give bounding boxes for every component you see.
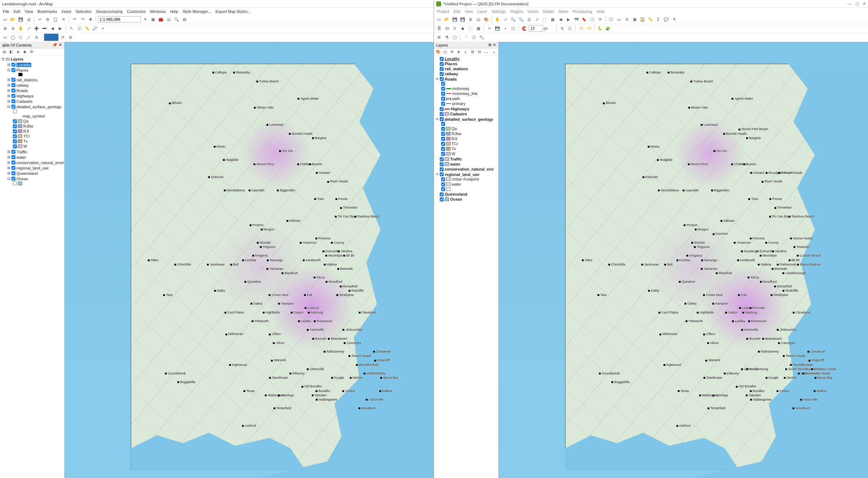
identify-icon[interactable]: ⓘ xyxy=(76,25,83,32)
layer-checkbox[interactable] xyxy=(11,155,15,159)
filter-legend-icon[interactable]: ▼ xyxy=(456,49,462,55)
menu-plugins[interactable]: Plugins xyxy=(510,9,523,14)
layer-checkbox[interactable] xyxy=(11,105,15,109)
find-icon[interactable]: 🔎 xyxy=(91,25,99,32)
draw-text-icon[interactable]: A xyxy=(33,34,40,41)
menu-edit[interactable]: Edit xyxy=(14,9,20,14)
layer-row[interactable]: ⊞ Traffic xyxy=(7,149,64,154)
style-manager-icon[interactable]: 🎨 xyxy=(483,16,490,23)
history-icon[interactable]: 🕑 xyxy=(451,34,458,41)
menu-export-map-styles-[interactable]: Export Map Styles... xyxy=(215,9,251,14)
layer-checkbox[interactable] xyxy=(11,161,15,164)
layer-row[interactable]: Ocean xyxy=(435,197,498,201)
layer-row[interactable]: conservation_natural_env xyxy=(435,167,498,171)
select-icon[interactable]: ▭ xyxy=(615,16,623,23)
menu-raster[interactable]: Raster xyxy=(543,9,554,14)
options-icon[interactable]: ⚙ xyxy=(29,49,34,55)
list-by-sel-icon[interactable]: ◆ xyxy=(22,49,28,55)
expand-icon[interactable]: ⊞ xyxy=(7,83,10,87)
symbol-checkbox[interactable] xyxy=(441,122,445,126)
group-icon[interactable]: ⧉ xyxy=(67,34,74,41)
layer-checkbox[interactable] xyxy=(11,171,15,175)
layer-row[interactable]: Cadastre xyxy=(435,112,498,116)
menu-layer[interactable]: Layer xyxy=(477,9,487,14)
symbol-row[interactable]: motorway xyxy=(441,86,498,91)
symbol-checkbox[interactable] xyxy=(13,134,17,138)
close-icon[interactable]: ✕ xyxy=(863,1,866,6)
pin-icon[interactable]: 📌 xyxy=(52,43,57,47)
layout-manager-icon[interactable]: 🗂 xyxy=(475,16,482,23)
save-edits-icon[interactable]: 💾 xyxy=(494,25,501,32)
layer-checkbox[interactable] xyxy=(440,192,444,196)
symbol-checkbox[interactable] xyxy=(441,102,445,106)
layer-row[interactable]: ⊟ detailed_surface_geology xyxy=(7,104,64,109)
expand-icon[interactable]: ⊞ xyxy=(7,88,10,93)
menu-view[interactable]: View xyxy=(25,9,33,14)
symbol-checkbox[interactable] xyxy=(441,132,445,136)
expression-filter-icon[interactable]: ε xyxy=(463,49,468,55)
symbol-row[interactable] xyxy=(441,122,498,126)
symbol-row[interactable]: Qa xyxy=(441,126,498,131)
zoom-in-icon[interactable]: 🔍 xyxy=(510,16,517,23)
layer-checkbox[interactable] xyxy=(440,62,444,66)
add-feature-icon[interactable]: • xyxy=(502,25,509,32)
layer-checkbox[interactable] xyxy=(440,72,444,76)
layer-checkbox[interactable] xyxy=(440,197,444,201)
close-icon[interactable]: ✕ xyxy=(493,43,496,47)
collapse-all-icon[interactable]: ⊟ xyxy=(476,49,482,55)
symbol-row[interactable] xyxy=(441,82,498,86)
symbol-checkbox[interactable] xyxy=(13,181,17,185)
menu-help[interactable]: Help xyxy=(596,9,605,14)
layer-checkbox[interactable] xyxy=(440,112,444,116)
layer-row[interactable]: Traffic xyxy=(435,157,498,161)
menu-settings[interactable]: Settings xyxy=(491,9,506,14)
draw-circle-icon[interactable]: ◯ xyxy=(9,34,16,41)
processing-icon[interactable]: ⚙ xyxy=(435,34,443,41)
qgis-layer-tree[interactable]: Locality Places rail_stations railway ▾ … xyxy=(434,56,498,478)
symbol-row[interactable]: RJbw xyxy=(441,132,498,136)
layer-checkbox[interactable] xyxy=(11,89,15,92)
table-icon[interactable]: ▦ xyxy=(149,16,157,23)
layer-checkbox[interactable] xyxy=(11,166,15,170)
menu-view[interactable]: View xyxy=(464,9,473,14)
expand-icon[interactable]: ⊞ xyxy=(7,171,10,176)
layer-row[interactable]: Places xyxy=(435,62,498,66)
symbol-checkbox[interactable] xyxy=(13,119,17,123)
zoom-selection-icon[interactable]: ⬚ xyxy=(541,16,548,23)
symbol-checkbox[interactable] xyxy=(441,127,445,131)
symbol-checkbox[interactable] xyxy=(441,187,445,191)
draw-poly-icon[interactable]: ⬠ xyxy=(17,34,24,41)
layer-row[interactable]: ⊞ Queensland xyxy=(7,171,64,176)
save-icon[interactable]: 💾 xyxy=(17,16,24,23)
scale-input[interactable] xyxy=(98,16,141,23)
expand-icon[interactable]: ⊞ xyxy=(7,77,10,82)
symbol-checkbox[interactable] xyxy=(441,82,445,86)
measure-icon[interactable]: 📏 xyxy=(84,25,91,32)
layer-row[interactable]: ⊞ water xyxy=(7,155,64,159)
symbol-checkbox[interactable] xyxy=(13,144,17,148)
zoom-out-icon[interactable]: ⊖ xyxy=(9,25,16,32)
new-geopackage-icon[interactable]: 🗃 xyxy=(443,25,450,32)
expand-all-icon[interactable]: ⊞ xyxy=(469,49,475,55)
menu-windows[interactable]: Windows xyxy=(150,9,166,14)
layer-checkbox[interactable] xyxy=(11,78,15,82)
menu-mesh[interactable]: Mesh xyxy=(559,9,568,14)
new-map-view-icon[interactable]: 🗺 xyxy=(573,16,580,23)
annotation-icon[interactable]: ✎ xyxy=(671,16,678,23)
zoom-native-icon[interactable]: ⊡ xyxy=(525,16,533,23)
menu-insert[interactable]: Insert xyxy=(61,9,71,14)
symbol-row[interactable]: Qa xyxy=(13,119,64,123)
expand-icon[interactable]: ⊞ xyxy=(7,149,10,154)
fill-color-icon[interactable] xyxy=(44,34,58,41)
snap-tolerance-input[interactable] xyxy=(529,25,543,32)
new-memory-icon[interactable]: ▦ xyxy=(475,25,482,32)
draw-line-icon[interactable]: ／ xyxy=(25,34,32,41)
layer-checkbox[interactable] xyxy=(440,172,444,176)
layer-row[interactable]: ⊞ Highways xyxy=(7,94,64,98)
symbol-checkbox[interactable] xyxy=(441,137,445,141)
search-icon[interactable]: 🔍 xyxy=(173,16,180,23)
expand-icon[interactable]: ⊞ xyxy=(7,99,10,104)
symbol-row[interactable] xyxy=(441,187,498,191)
python-console-icon[interactable]: 🐍 xyxy=(596,25,604,32)
symbol-row[interactable]: Urban Footprint xyxy=(441,177,498,181)
